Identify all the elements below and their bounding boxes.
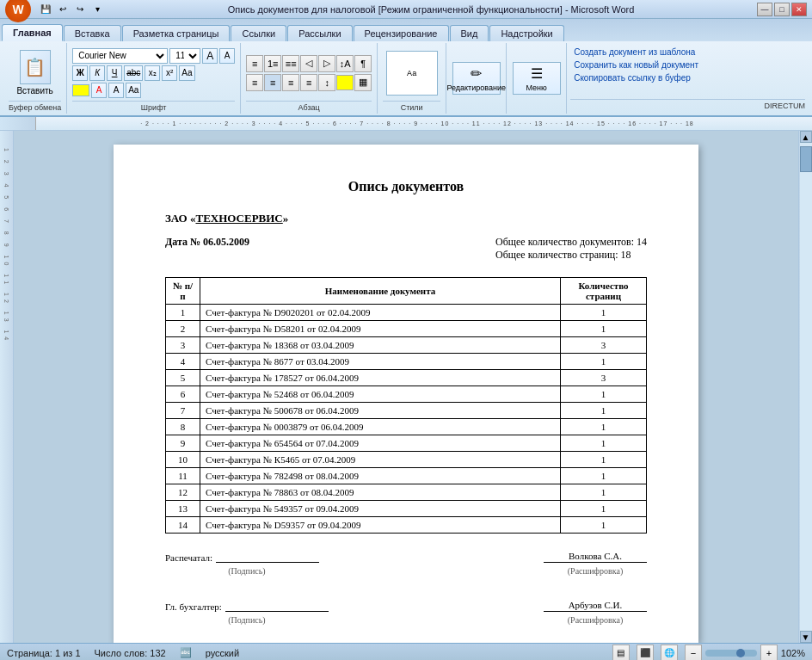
layout-web-btn[interactable]: 🌐 [661,645,678,661]
pilcrow-btn[interactable]: ¶ [354,55,372,72]
document-scroll[interactable]: Опись документов ЗАО «ТЕХНОСЕРВИС» Дата … [14,131,798,643]
clearformat-btn[interactable]: Aa [179,65,194,81]
table-row: 8 Счет-фактура № 0003879 от 06.04.2009 1 [166,419,647,435]
row-docname: Счет-фактура № D9020201 от 02.04.2009 [200,305,561,321]
row-pages: 3 [561,337,647,354]
row-num: 12 [166,484,200,501]
italic-btn[interactable]: К [89,65,105,81]
paste-button[interactable]: 📋 Вставить [13,46,56,99]
quick-access-toolbar: 💾 ↩ ↪ ▾ [38,2,105,17]
redo-quick-btn[interactable]: ↪ [72,2,88,17]
row-docname: Счет-фактура № 654564 от 07.04.2009 [200,435,561,452]
scroll-down-btn[interactable]: ▼ [800,631,812,643]
highlight-btn[interactable] [72,84,89,96]
shrink-font-btn[interactable]: A [219,48,235,64]
directum-save-btn[interactable]: Сохранить как новый документ [570,59,805,71]
row-num: 14 [166,517,200,534]
tab-insert[interactable]: Вставка [64,25,121,41]
directum-create-btn[interactable]: Создать документ из шаблона [570,46,805,58]
font-name-select[interactable]: Courier New Arial Times New Roman [72,48,168,64]
row-docname: Счет-фактура № D59357 от 09.04.2009 [200,517,561,534]
person2-line: Арбузов С.И. [544,600,647,612]
fill-color-btn[interactable] [336,75,354,90]
tab-addins[interactable]: Надстройки [489,25,563,41]
tab-review[interactable]: Рецензирование [354,25,449,41]
tab-home[interactable]: Главная [2,24,63,41]
bold-btn[interactable]: Ж [72,65,88,81]
increase-indent-btn[interactable]: ▷ [318,55,335,72]
scroll-thumb[interactable] [800,146,812,172]
zoom-out-btn[interactable]: − [685,645,702,661]
tab-pagelayout[interactable]: Разметка страницы [122,25,231,41]
row-pages: 1 [561,468,647,484]
zoom-slider[interactable] [705,650,757,657]
row-pages: 1 [561,435,647,452]
row-pages: 1 [561,403,647,419]
tab-view[interactable]: Вид [450,25,489,41]
row-num: 11 [166,468,200,484]
grow-font-btn[interactable]: A [202,48,218,64]
directum-copy-btn[interactable]: Скопировать ссылку в буфер [570,72,805,83]
zoom-in-btn[interactable]: + [760,645,778,661]
tab-mailings[interactable]: Рассылки [287,25,352,41]
title-bar: W 💾 ↩ ↪ ▾ Опись документов для налоговой… [0,0,812,19]
layout-fullscreen-btn[interactable]: ⬛ [637,645,654,661]
edit-button[interactable]: ✏ Редактирование [452,62,501,95]
office-button[interactable]: W [5,0,31,22]
styles-gallery[interactable]: Аа [386,51,438,96]
close-button[interactable]: ✕ [791,3,807,16]
zoom-control: − + 102% [685,645,805,661]
table-row: 6 Счет-фактура № 52468 от 06.04.2009 1 [166,386,647,403]
subscript-btn[interactable]: x₂ [145,65,160,81]
multilevel-btn[interactable]: ≡≡ [282,55,299,72]
chief-acc-signature-line [225,600,329,612]
row-docname: Счет-фактура № К5465 от 07.04.2009 [200,452,561,468]
decrease-indent-btn[interactable]: ◁ [300,55,317,72]
tab-references[interactable]: Ссылки [231,25,286,41]
texteffect-btn[interactable]: A [108,83,124,98]
table-row: 11 Счет-фактура № 782498 от 08.04.2009 1 [166,468,647,484]
linespacing-btn[interactable]: ↕ [318,74,335,91]
person1-line: Волкова С.А. [544,551,647,563]
printed-label: Распечатал: [165,552,212,563]
directum-group-label: DIRECTUM [570,99,805,110]
superscript-btn[interactable]: x² [162,65,177,81]
maximize-button[interactable]: □ [774,3,790,16]
col-header-pages: Количество страниц [561,278,647,305]
para-controls: ≡ 1≡ ≡≡ ◁ ▷ ↕A ¶ ≡ ≡ ≡ ≡ ↕ [246,45,372,101]
align-right-btn[interactable]: ≡ [282,74,299,91]
minimize-button[interactable]: — [757,3,772,16]
menu-button[interactable]: ☰ Меню [513,62,561,95]
row-num: 6 [166,386,200,403]
save-quick-btn[interactable]: 💾 [38,2,53,17]
fontcolor-btn[interactable]: A [91,83,107,98]
fontcase-btn[interactable]: Aa [126,83,141,98]
borders-btn[interactable]: ▦ [354,74,372,91]
row-num: 4 [166,354,200,370]
paste-icon: 📋 [20,50,51,84]
underline-btn[interactable]: Ч [107,65,122,81]
strikethrough-btn[interactable]: abc [124,65,143,81]
document-title: Опись документов [165,179,647,194]
printed-line: Распечатал: [165,551,329,563]
scrollbar-right[interactable]: ▲ ▼ [798,131,812,643]
customize-quick-btn[interactable]: ▾ [89,2,105,17]
scroll-track [800,143,812,631]
scroll-up-btn[interactable]: ▲ [800,131,812,143]
document-counts: Общее количество документов: 14 Общее ко… [495,236,647,262]
zoom-thumb[interactable] [736,649,745,657]
table-row: 9 Счет-фактура № 654564 от 07.04.2009 1 [166,435,647,452]
justify-btn[interactable]: ≡ [300,74,317,91]
total-pages: Общее количество страниц: 18 [495,249,647,262]
person2-name-line: Арбузов С.И. [544,600,647,612]
bullets-btn[interactable]: ≡ [246,55,263,72]
row-pages: 1 [561,419,647,435]
undo-quick-btn[interactable]: ↩ [55,2,71,17]
font-size-select[interactable]: 11 10 12 [169,48,200,64]
numbering-btn[interactable]: 1≡ [264,55,281,72]
total-docs: Общее количество документов: 14 [495,236,647,249]
align-center-btn[interactable]: ≡ [264,74,281,91]
sort-btn[interactable]: ↕A [336,55,354,72]
layout-print-btn[interactable]: ▤ [612,645,630,661]
align-left-btn[interactable]: ≡ [246,74,263,91]
